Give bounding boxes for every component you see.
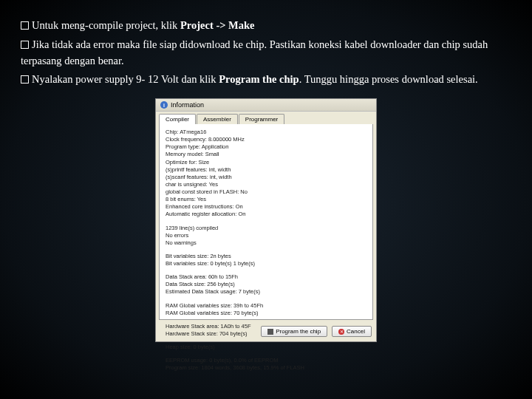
chip-icon — [267, 329, 273, 335]
cancel-button-label: Cancel — [347, 328, 365, 335]
tab-programmer[interactable]: Programmer — [239, 114, 284, 124]
tab-compiler[interactable]: Compiler — [159, 114, 196, 124]
info-block-7: Heap size: 0 byte(s) — [166, 344, 366, 351]
close-icon: ✕ — [338, 329, 344, 335]
compiler-output: Chip: ATmega16 Clock frequency: 8.000000… — [159, 124, 373, 320]
bullet-1-text: Untuk meng-compile project, klik — [32, 19, 180, 31]
information-dialog: i Information Compiler Assembler Program… — [155, 98, 377, 342]
dialog-title-text: Information — [171, 101, 204, 109]
bullet-1: Untuk meng-compile project, klik Project… — [21, 18, 511, 34]
info-block-5: RAM Global variables size: 39h to 45Fh R… — [166, 302, 366, 317]
program-chip-button[interactable]: Program the chip — [261, 326, 327, 337]
tab-assembler[interactable]: Assembler — [197, 114, 238, 124]
bullet-list: Untuk meng-compile project, klik Project… — [21, 18, 511, 88]
square-bullet-icon — [21, 75, 29, 83]
cancel-button[interactable]: ✕ Cancel — [332, 326, 372, 337]
bullet-3: Nyalakan power supply 9- 12 Volt dan kli… — [21, 72, 511, 88]
bullet-2: Jika tidak ada error maka file siap dido… — [21, 37, 511, 69]
bullet-3-text: Nyalakan power supply 9- 12 Volt dan kli… — [32, 73, 219, 85]
info-block-8: EEPROM usage: 0 byte(s), 0.0% of EEPROM … — [166, 357, 366, 372]
square-bullet-icon — [21, 21, 29, 30]
info-block-4: Data Stack area: 60h to 15Fh Data Stack … — [166, 273, 366, 296]
square-bullet-icon — [21, 41, 29, 49]
bullet-2-text: Jika tidak ada error maka file siap dido… — [21, 38, 488, 66]
bullet-3-tail: . Tunggu hingga proses download selesai. — [299, 73, 478, 85]
info-block-1: Chip: ATmega16 Clock frequency: 8.000000… — [166, 129, 366, 219]
bullet-1-bold: Project -> Make — [180, 19, 255, 31]
info-block-3: Bit variables size: 2n bytes Bit variabl… — [166, 253, 366, 267]
info-block-2: 1239 line(s) compiled No errors No warni… — [166, 225, 366, 247]
dialog-container: i Information Compiler Assembler Program… — [21, 98, 511, 342]
dialog-titlebar: i Information — [156, 99, 376, 112]
bullet-3-bold: Program the chip — [219, 73, 299, 85]
tab-strip: Compiler Assembler Programmer — [156, 112, 376, 124]
program-button-label: Program the chip — [276, 328, 321, 335]
info-icon: i — [160, 101, 168, 109]
